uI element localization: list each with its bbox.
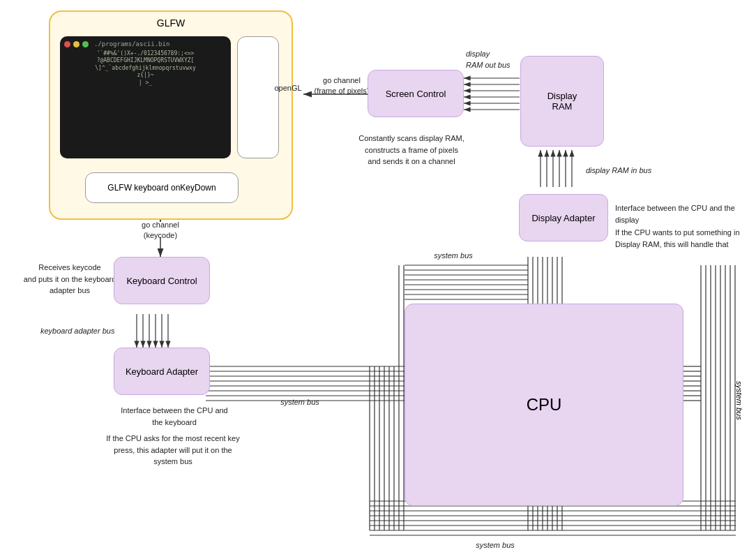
keyboard-control-label: Keyboard Control (126, 276, 197, 286)
glfw-keyboard-box: GLFW keyboard onKeyDown (85, 172, 239, 203)
go-channel-keycode-label: go channel (keycode) (122, 220, 199, 241)
system-bus-label-bottom: system bus (453, 541, 537, 549)
keyboard-control-box: Keyboard Control (114, 257, 210, 304)
display-adapter-label: Display Adapter (531, 213, 595, 223)
opengl-label: openGL (271, 84, 305, 92)
display-ram-in-bus-label: display RAM in bus (586, 166, 676, 174)
display-adapter-box: Display Adapter (519, 194, 608, 241)
interface-keyboard-label: Interface between the CPU and the keyboa… (115, 405, 234, 428)
dot-yellow (73, 41, 80, 47)
glfw-keyboard-label: GLFW keyboard onKeyDown (107, 183, 216, 193)
display-ram-label: Display RAM (547, 91, 577, 112)
receives-keycode-label: Receives keycode and puts it on the keyb… (21, 262, 119, 297)
terminal-titlebar: ./programs/ascii.bin (64, 40, 227, 47)
screen-control-desc: Constantly scans display RAM, constructs… (342, 133, 481, 167)
keyboard-adapter-bus-label: keyboard adapter bus (40, 327, 145, 335)
terminal-body: '`##%&'()X+-./0123456789:;<=> ?@ABCDEFGH… (64, 50, 227, 87)
screen-control-box: Screen Control (368, 70, 464, 117)
go-channel-frame-label: go channel (frame of pixels) (307, 75, 377, 97)
glfw-container: GLFW ./programs/ascii.bin '`##%&'()X+-./… (49, 10, 293, 220)
terminal-right-panel (237, 36, 279, 158)
system-bus-label-top: system bus (418, 251, 488, 260)
interface-display-label: Interface between the CPU and the displa… (615, 202, 741, 225)
system-bus-label-mid: system bus (265, 398, 335, 406)
dot-green (82, 41, 89, 47)
diagram: GLFW ./programs/ascii.bin '`##%&'()X+-./… (0, 0, 756, 559)
cpu-box: CPU (405, 304, 683, 506)
cpu-asks-label: If the CPU asks for the most recent key … (103, 433, 243, 468)
cpu-label: CPU (527, 395, 562, 415)
display-ram-box: Display RAM (520, 56, 604, 147)
terminal-title: ./programs/ascii.bin (94, 40, 169, 47)
screen-control-label: Screen Control (386, 89, 446, 99)
dot-red (64, 41, 70, 47)
cpu-display-label: If the CPU wants to put something in Dis… (615, 227, 751, 250)
system-bus-vertical-label: system bus (735, 381, 743, 420)
terminal-window: ./programs/ascii.bin '`##%&'()X+-./01234… (60, 36, 231, 158)
keyboard-adapter-box: Keyboard Adapter (114, 348, 210, 395)
keyboard-adapter-label: Keyboard Adapter (126, 366, 198, 377)
glfw-label: GLFW (157, 17, 185, 29)
